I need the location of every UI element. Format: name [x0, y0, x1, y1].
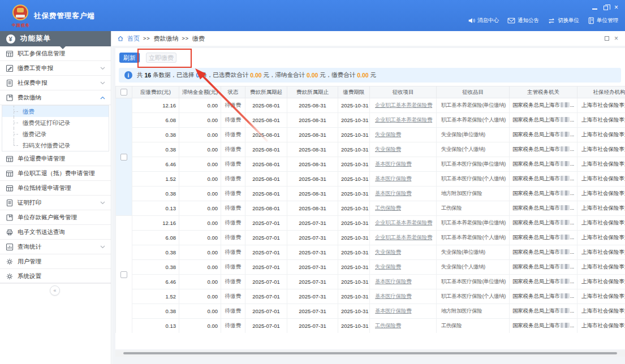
sidebar-item-11[interactable]: 用户管理 — [0, 254, 111, 269]
table-row: 0.380.00待缴费2025-08-012025-08-312025-10-3… — [116, 142, 625, 157]
cell-period-end: 2025-07-31 — [287, 289, 338, 304]
cell-late-fee: 0.00 — [179, 260, 221, 275]
status-text: 待缴费 — [225, 205, 242, 211]
levy-item-link[interactable]: 工伤保险费 — [375, 322, 401, 328]
levy-item-link[interactable]: 失业保险费 — [375, 146, 401, 152]
redaction-mosaic — [561, 264, 570, 269]
grid-icon — [6, 170, 14, 177]
cell-late-fee: 0.00 — [179, 231, 221, 245]
topbar-action-unit-management[interactable]: 单位管理 — [588, 17, 618, 24]
refresh-button[interactable]: 刷新 — [119, 53, 140, 63]
sidebar-item-0[interactable]: 职工参保信息管理 — [0, 46, 111, 61]
cell-deadline: 2025-10-31 — [338, 231, 370, 245]
column-header: 费款所属期止 — [287, 86, 338, 98]
sidebar-menu: 职工参保信息管理缴费工资申报社保费申报费款缴纳缴费缴费凭证打印记录缴费记录扫码支… — [0, 46, 111, 284]
content-card: 刷新 立即缴费 i共 16 条数据，已选择 0 条，已选费款合计 0.00 元，… — [115, 48, 625, 349]
cell-levy-sub-item: 失业保险(单位缴纳) — [437, 128, 510, 142]
cell-tax-authority: 国家税务总局上海市... — [510, 98, 577, 113]
topbar-actions: 消息中心通知公告切换单位单位管理 — [468, 17, 618, 24]
sidebar-item-4[interactable]: 单位退费申请管理 — [0, 151, 111, 166]
levy-item-link[interactable]: 企业职工基本养老保险费 — [375, 102, 432, 108]
levy-item-link[interactable]: 企业职工基本养老保险费 — [375, 219, 432, 226]
cell-late-fee: 0.00 — [179, 216, 221, 231]
sidebar-item-3[interactable]: 费款缴纳 — [0, 90, 111, 105]
maximize-icon[interactable] — [604, 6, 608, 10]
close-icon[interactable]: × — [614, 4, 618, 11]
topbar-action-message-center[interactable]: 消息中心 — [468, 17, 499, 24]
sidebar-item-5[interactable]: 单位职工退（抵）费申请管理 — [0, 166, 111, 181]
cell-levy-sub-item: 地方附加医疗保险 — [437, 304, 510, 319]
cell-agency: 上海市社会保险事业管理中心 — [577, 216, 625, 231]
horizontal-scrollbar[interactable] — [115, 350, 625, 357]
levy-item-link[interactable]: 失业保险费 — [375, 263, 401, 270]
home-icon — [117, 35, 124, 42]
cell-period-start: 2025-08-01 — [245, 172, 287, 187]
cell-tax-authority: 国家税务总局上海市... — [510, 201, 577, 216]
cell-levy-sub-item: 职工基本养老保险(单位缴纳) — [437, 216, 510, 231]
breadcrumb-home[interactable]: 首页 — [127, 34, 140, 43]
levy-item-link[interactable]: 失业保险费 — [375, 249, 401, 255]
edit-icon — [6, 64, 14, 72]
panel-close-icon[interactable]: × — [614, 36, 618, 41]
cell-tax-authority: 国家税务总局上海市... — [510, 275, 577, 289]
levy-item-link[interactable]: 基本医疗保险费 — [375, 278, 411, 284]
levy-item-link[interactable]: 失业保险费 — [375, 131, 401, 137]
app-window: 中国税务 社保费管理客户端 × 消息中心通知公告切换单位单位管理 ¥ 功能菜单 … — [0, 0, 625, 364]
sidebar-subitem-缴费[interactable]: 缴费 — [2, 106, 109, 117]
sidebar-subitem-缴费记录[interactable]: 缴费记录 — [2, 128, 109, 140]
cell-agency: 上海市社会保险事业管理中心 — [577, 172, 625, 187]
sidebar-item-1[interactable]: 缴费工资申报 — [0, 61, 111, 76]
sidebar-collapse-button[interactable]: « — [50, 285, 60, 296]
sidebar-item-10[interactable]: 查询统计 — [0, 240, 111, 254]
cell-amount: 6.08 — [132, 113, 179, 128]
cell-period-end: 2025-08-31 — [287, 128, 338, 142]
cell-period-start: 2025-07-01 — [245, 304, 287, 319]
levy-item-link[interactable]: 基本医疗保险费 — [375, 307, 411, 314]
cell-levy-item: 基本医疗保险费 — [370, 304, 437, 319]
levy-item-link[interactable]: 基本医疗保险费 — [375, 161, 411, 167]
sidebar-item-8[interactable]: 单位存款账户账号管理 — [0, 210, 111, 225]
status-text: 待缴费 — [225, 116, 242, 123]
topbar-action-notice[interactable]: 通知公告 — [507, 17, 539, 24]
chevron-down-icon — [100, 201, 105, 205]
cell-amount: 0.38 — [132, 304, 179, 319]
cell-status: 待缴费 — [221, 231, 245, 245]
cell-late-fee: 0.00 — [179, 187, 221, 201]
cell-agency: 上海市社会保险事业管理中心 — [577, 231, 625, 245]
cell-period-start: 2025-07-01 — [245, 216, 287, 231]
levy-item-link[interactable]: 企业职工基本养老保险费 — [375, 234, 432, 240]
sidebar-item-label: 单位存款账户账号管理 — [18, 214, 77, 222]
cell-status: 待缴费 — [221, 216, 245, 231]
levy-item-link[interactable]: 基本医疗保险费 — [375, 293, 411, 299]
row-group-checkbox[interactable] — [120, 154, 127, 161]
sidebar-subitem-扫码支付缴费记录[interactable]: 扫码支付缴费记录 — [2, 140, 109, 151]
sidebar-item-label: 缴费工资申报 — [18, 64, 53, 72]
sidebar-item-2[interactable]: 社保费申报 — [0, 76, 111, 90]
status-text: 待缴费 — [225, 102, 242, 108]
cell-tax-authority: 国家税务总局上海市... — [510, 289, 577, 304]
row-group-checkbox[interactable] — [120, 271, 127, 278]
cell-deadline: 2025-10-31 — [338, 113, 370, 128]
cell-tax-authority: 国家税务总局上海市... — [510, 128, 577, 142]
cell-amount: 12.16 — [132, 216, 179, 231]
table-row: 6.080.00待缴费2025-07-012025-07-312025-10-3… — [116, 231, 625, 245]
sidebar-item-6[interactable]: 单位抵转退申请管理 — [0, 181, 111, 196]
printer-icon — [6, 228, 14, 236]
sidebar-subitem-缴费凭证打印记录[interactable]: 缴费凭证打印记录 — [2, 117, 109, 128]
topbar-action-switch-unit[interactable]: 切换单位 — [548, 17, 579, 24]
levy-item-link[interactable]: 企业职工基本养老保险费 — [375, 116, 432, 123]
levy-item-link[interactable]: 基本医疗保险费 — [375, 190, 411, 196]
levy-item-link[interactable]: 基本医疗保险费 — [375, 175, 411, 181]
sidebar-item-12[interactable]: 系统设置 — [0, 269, 111, 284]
cell-amount: 0.38 — [132, 260, 179, 275]
card-icon — [6, 214, 14, 222]
column-header: 征收品目 — [437, 86, 510, 98]
cell-tax-authority: 国家税务总局上海市... — [510, 216, 577, 231]
minimize-icon[interactable] — [592, 8, 597, 10]
scrollbar-thumb[interactable] — [123, 352, 617, 354]
sidebar-item-7[interactable]: 证明打印 — [0, 196, 111, 210]
select-all-checkbox[interactable] — [120, 89, 127, 96]
levy-item-link[interactable]: 工伤保险费 — [375, 205, 401, 211]
panel-maximize-icon[interactable] — [605, 36, 609, 41]
sidebar-item-9[interactable]: 电子文书送达查询 — [0, 225, 111, 240]
